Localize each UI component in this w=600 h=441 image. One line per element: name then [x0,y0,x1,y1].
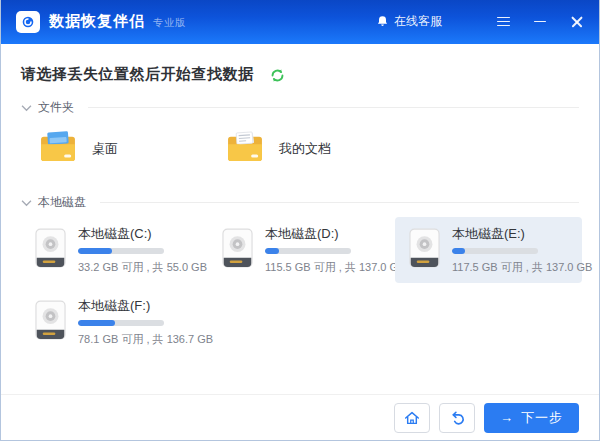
bell-icon [376,15,389,28]
hard-drive-icon [35,300,66,344]
disk-name: 本地磁盘(E:) [452,225,592,243]
disk-item[interactable]: 本地磁盘(E:) 117.5 GB 可用 , 共 137.0 GB [395,217,582,283]
section-disks[interactable]: 本地磁盘 [21,194,579,211]
folder-label: 桌面 [92,140,118,158]
folder-item[interactable]: 桌面 [21,120,208,178]
folders-grid: 桌面 [21,120,579,178]
disk-usage-bar [78,320,164,326]
back-button[interactable] [439,403,475,433]
app-window: 数据恢复伴侣 专业版 在线客服 请选择丢失位置然后开始查找数据 [0,0,600,441]
online-support-label: 在线客服 [394,13,442,30]
folder-item[interactable]: 我的文档 [208,120,395,178]
chevron-down-icon [21,104,32,112]
refresh-button[interactable] [270,68,285,83]
main-content: 请选择丢失位置然后开始查找数据 文件夹 [1,65,599,355]
disk-info: 本地磁盘(E:) 117.5 GB 可用 , 共 137.0 GB [452,225,592,275]
disk-usage-fill [452,248,465,254]
disk-item[interactable]: 本地磁盘(F:) 78.1 GB 可用 , 共 136.7 GB [21,289,208,355]
hard-drive-icon [409,228,440,272]
section-folders[interactable]: 文件夹 [21,99,579,116]
disk-usage-fill [78,248,112,254]
refresh-icon [270,68,285,83]
hard-drive-icon [35,228,66,272]
disk-usage-fill [78,320,115,326]
disk-size-text: 78.1 GB 可用 , 共 136.7 GB [78,332,213,347]
menu-button[interactable] [496,15,510,29]
disk-info: 本地磁盘(F:) 78.1 GB 可用 , 共 136.7 GB [78,297,213,347]
disk-usage-fill [265,248,279,254]
home-icon [403,409,421,427]
close-icon [571,16,583,28]
titlebar: 数据恢复伴侣 专业版 在线客服 [0,0,600,44]
minimize-icon [534,21,546,23]
section-folders-label: 文件夹 [38,99,74,116]
disk-name: 本地磁盘(D:) [265,225,405,243]
chevron-down-icon [21,199,32,207]
disk-size-text: 115.5 GB 可用 , 共 137.0 GB [265,260,405,275]
disk-name: 本地磁盘(C:) [78,225,207,243]
disk-info: 本地磁盘(C:) 33.2 GB 可用 , 共 55.0 GB [78,225,207,275]
disk-size-text: 117.5 GB 可用 , 共 137.0 GB [452,260,592,275]
hamburger-icon [497,17,510,27]
disk-item[interactable]: 本地磁盘(C:) 33.2 GB 可用 , 共 55.0 GB [21,217,208,283]
divider [88,107,579,108]
footer: → 下一步 [1,394,599,440]
minimize-button[interactable] [533,15,547,29]
folder-label: 我的文档 [279,140,331,158]
disk-size-text: 33.2 GB 可用 , 共 55.0 GB [78,260,207,275]
arrow-right-icon: → [500,410,514,425]
next-button-label: 下一步 [521,409,563,427]
window-controls [496,15,584,29]
disk-name: 本地磁盘(F:) [78,297,213,315]
undo-arrow-icon [448,409,466,427]
disk-usage-bar [78,248,164,254]
documents-folder-icon [226,131,264,167]
close-button[interactable] [570,15,584,29]
disk-usage-bar [265,248,351,254]
app-logo-icon [16,11,40,33]
disk-usage-bar [452,248,538,254]
online-support-button[interactable]: 在线客服 [376,13,442,30]
edition-badge: 专业版 [153,16,186,30]
home-button[interactable] [394,403,430,433]
section-disks-label: 本地磁盘 [38,194,86,211]
disks-grid: 本地磁盘(C:) 33.2 GB 可用 , 共 55.0 GB 本地磁盘(D:)… [21,217,579,355]
hard-drive-icon [222,228,253,272]
desktop-folder-icon [39,131,77,167]
next-button[interactable]: → 下一步 [484,403,579,433]
disk-info: 本地磁盘(D:) 115.5 GB 可用 , 共 137.0 GB [265,225,405,275]
app-title: 数据恢复伴侣 [49,12,145,31]
page-title: 请选择丢失位置然后开始查找数据 [21,65,254,84]
divider [100,202,579,203]
disk-item[interactable]: 本地磁盘(D:) 115.5 GB 可用 , 共 137.0 GB [208,217,395,283]
